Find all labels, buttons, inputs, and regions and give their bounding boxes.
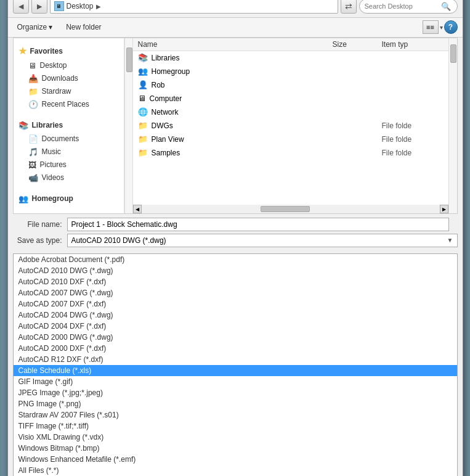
sidebar-item-pictures[interactable]: 🖼 Pictures [14, 158, 124, 171]
computer-file-icon: 🖥 [138, 94, 146, 103]
save-type-dropdown[interactable]: Adobe Acrobat Document (*.pdf) AutoCAD 2… [13, 253, 458, 477]
file-name-samples: Samples [152, 149, 180, 157]
dropdown-item-dwg2010[interactable]: AutoCAD 2010 DWG (*.dwg) [14, 265, 457, 276]
dropdown-item-bmp[interactable]: Windows Bitmap (*.bmp) [14, 443, 457, 454]
file-row-samples[interactable]: 📁 Samples File folde [133, 146, 448, 160]
file-name-homegroup: Homegroup [152, 67, 190, 76]
breadcrumb-icon: 🖥 [54, 1, 64, 11]
file-name-planview: Plan View [152, 135, 184, 144]
samples-file-icon: 📁 [138, 148, 148, 157]
homegroup-section: 👥 Homegroup [14, 192, 124, 206]
organize-label: Organize [17, 23, 47, 31]
sidebar-item-pictures-label: Pictures [40, 160, 67, 169]
new-folder-label: New folder [66, 23, 101, 31]
views-button[interactable]: ≡≡ [423, 20, 439, 34]
col-size-header[interactable]: Size [333, 40, 382, 49]
save-type-label: Save as type: [13, 236, 62, 245]
file-row-libraries[interactable]: 📚 Libraries [133, 51, 448, 65]
hscroll-left-button[interactable]: ◀ [133, 205, 142, 213]
nav-bar: ◀ ▶ 🖥 Desktop ▶ ⇄ 🔍 [8, 0, 463, 18]
dropdown-item-pdf[interactable]: Adobe Acrobat Document (*.pdf) [14, 254, 457, 265]
sidebar-scrollbar[interactable] [124, 38, 133, 213]
save-type-select[interactable]: AutoCAD 2010 DWG (*.dwg) ▼ [67, 234, 458, 247]
dropdown-item-stardraw[interactable]: Stardraw AV 2007 Files (*.s01) [14, 409, 457, 421]
sidebar-item-recent[interactable]: 🕐 Recent Places [14, 98, 124, 111]
sidebar-item-recent-label: Recent Places [42, 100, 89, 109]
dropdown-item-all[interactable]: All Files (*.*) [14, 465, 457, 476]
sidebar: ★ Favorites 🖥 Desktop 📥 Downloads 📁 Star… [14, 38, 124, 213]
main-content: ★ Favorites 🖥 Desktop 📥 Downloads 📁 Star… [13, 38, 458, 214]
col-type-header[interactable]: Item typ [382, 40, 444, 49]
videos-icon: 📹 [28, 173, 38, 183]
horizontal-scrollbar[interactable]: ◀ ▶ [133, 205, 448, 213]
dropdown-item-png[interactable]: PNG Image (*.png) [14, 398, 457, 409]
file-name-network: Network [152, 108, 179, 117]
search-input[interactable] [365, 2, 439, 10]
dropdown-item-gif[interactable]: GIF Image (*.gif) [14, 376, 457, 387]
dropdown-item-dxf2010[interactable]: AutoCAD 2010 DXF (*.dxf) [14, 276, 457, 287]
sidebar-item-desktop[interactable]: 🖥 Desktop [14, 59, 124, 72]
file-name-label: File name: [13, 220, 62, 229]
refresh-button[interactable]: ⇄ [341, 0, 357, 14]
view-controls: ≡≡ ▾ ? [423, 20, 458, 34]
recent-icon: 🕐 [28, 100, 38, 109]
dropdown-item-dxfr12[interactable]: AutoCAD R12 DXF (*.dxf) [14, 354, 457, 365]
breadcrumb-location: Desktop [67, 2, 94, 10]
libraries-section: 📚 Libraries 📄 Documents 🎵 Music 🖼 Pictur… [14, 118, 124, 184]
sidebar-item-downloads-label: Downloads [42, 74, 78, 83]
organize-button[interactable]: Organize ▾ [13, 20, 57, 34]
dropdown-item-visio[interactable]: Visio XML Drawing (*.vdx) [14, 432, 457, 443]
search-icon: 🔍 [441, 2, 451, 11]
sidebar-item-stardraw[interactable]: 📁 Stardraw [14, 85, 124, 98]
col-name-header[interactable]: Name [138, 40, 333, 49]
file-row-homegroup[interactable]: 👥 Homegroup [133, 65, 448, 78]
sidebar-item-downloads[interactable]: 📥 Downloads [14, 72, 124, 85]
file-row-planview[interactable]: 📁 Plan View File folde [133, 133, 448, 146]
file-row-network[interactable]: 🌐 Network [133, 105, 448, 119]
dropdown-item-dwg2000[interactable]: AutoCAD 2000 DWG (*.dwg) [14, 332, 457, 343]
forward-button[interactable]: ▶ [31, 0, 47, 14]
hscroll-right-button[interactable]: ▶ [440, 205, 448, 213]
file-row-computer[interactable]: 🖥 Computer [133, 92, 448, 105]
file-list-scroll-thumb [450, 44, 456, 63]
rob-file-icon: 👤 [138, 80, 148, 89]
dropdown-item-jpeg[interactable]: JPEG Image (*.jpg;*.jpeg) [14, 387, 457, 398]
organize-arrow: ▾ [49, 23, 52, 31]
sidebar-item-videos[interactable]: 📹 Videos [14, 171, 124, 184]
search-box[interactable]: 🔍 [359, 0, 458, 14]
file-row-dwgs[interactable]: 📁 DWGs File folde [133, 119, 448, 133]
pictures-icon: 🖼 [28, 160, 36, 170]
dropdown-item-dxf2004[interactable]: AutoCAD 2004 DXF (*.dxf) [14, 321, 457, 332]
dropdown-item-dxf2000[interactable]: AutoCAD 2000 DXF (*.dxf) [14, 343, 457, 354]
back-button[interactable]: ◀ [13, 0, 29, 14]
favorites-header[interactable]: ★ Favorites [14, 43, 124, 59]
new-folder-button[interactable]: New folder [62, 20, 105, 34]
sidebar-item-music-label: Music [42, 147, 61, 156]
file-rows: 📚 Libraries 👥 Homegroup 👤 [133, 51, 448, 205]
sidebar-item-videos-label: Videos [42, 173, 64, 182]
dropdown-item-dxf2007[interactable]: AutoCAD 2007 DXF (*.dxf) [14, 298, 457, 310]
sidebar-scroll-thumb [126, 47, 132, 72]
dropdown-item-tiff[interactable]: TIFF Image (*.tif;*.tiff) [14, 421, 457, 432]
dropdown-item-dwg2004[interactable]: AutoCAD 2004 DWG (*.dwg) [14, 310, 457, 321]
sidebar-item-stardraw-label: Stardraw [42, 87, 71, 96]
file-name-input[interactable] [67, 218, 449, 231]
favorites-star-icon: ★ [18, 46, 26, 57]
file-type-dwgs: File folde [382, 121, 444, 130]
homegroup-header[interactable]: 👥 Homegroup [14, 192, 124, 206]
file-row-rob[interactable]: 👤 Rob [133, 78, 448, 92]
hscroll-track[interactable] [142, 205, 440, 213]
help-button[interactable]: ? [444, 20, 458, 34]
breadcrumb[interactable]: 🖥 Desktop ▶ [50, 0, 338, 14]
file-list-header: Name Size Item typ [133, 38, 448, 51]
file-list-scrollbar[interactable] [448, 38, 457, 213]
libraries-header[interactable]: 📚 Libraries [14, 118, 124, 133]
dropdown-item-dwg2007[interactable]: AutoCAD 2007 DWG (*.dwg) [14, 287, 457, 298]
sidebar-item-documents[interactable]: 📄 Documents [14, 133, 124, 146]
dropdown-item-cable[interactable]: Cable Schedule (*.xls) [14, 365, 457, 376]
sidebar-spacer2 [14, 187, 124, 192]
dropdown-item-emf[interactable]: Windows Enhanced Metafile (*.emf) [14, 454, 457, 465]
sidebar-item-music[interactable]: 🎵 Music [14, 146, 124, 158]
libraries-label: Libraries [32, 121, 63, 129]
downloads-icon: 📥 [28, 74, 38, 83]
